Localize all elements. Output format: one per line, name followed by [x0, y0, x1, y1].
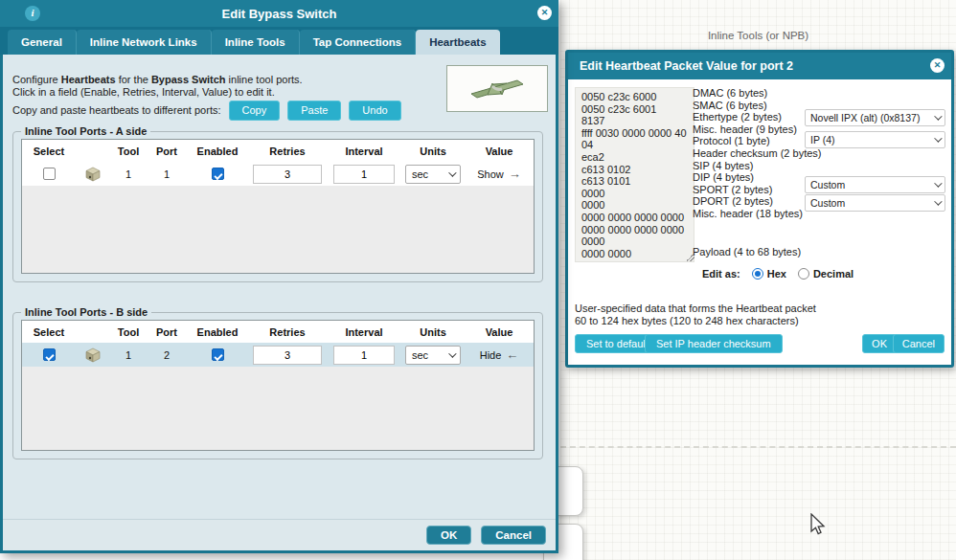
units-value: sec — [412, 168, 428, 180]
copy-button[interactable]: Copy — [229, 101, 281, 121]
protocol-select-value: IP (4) — [810, 134, 834, 146]
hex-radio-option[interactable]: Hex — [752, 268, 786, 280]
paste-button[interactable]: Paste — [287, 101, 341, 121]
help-text-line1: User-specified data that forms the Heart… — [575, 302, 816, 314]
field-label-ethertype: Ethertype (2 bytes) — [693, 111, 822, 123]
retries-input[interactable] — [253, 165, 322, 184]
protocol-select[interactable]: IP (4) — [805, 131, 945, 148]
table-header-row: Select Tool Port Enabled Retries Interva… — [22, 321, 534, 343]
value-hide-link[interactable]: Hide← — [480, 347, 519, 362]
dialog-titlebar: Edit Heartbeat Packet Value for port 2 ✕ — [568, 53, 951, 79]
packet-field-labels: DMAC (6 bytes) SMAC (6 bytes) Ethertype … — [693, 87, 822, 220]
dport-select[interactable]: Custom — [805, 194, 945, 212]
interval-input[interactable] — [333, 346, 395, 365]
col-value: Value — [465, 146, 534, 157]
set-ip-header-checksum-button[interactable]: Set IP header checksum — [645, 334, 783, 353]
tab-heartbeats[interactable]: Heartbeats — [416, 30, 499, 55]
table-empty-area — [22, 186, 534, 273]
intro-line3-row: Copy and paste heartbeats to different p… — [12, 101, 439, 121]
dport-select-value: Custom — [810, 197, 845, 209]
tab-tap-connections[interactable]: Tap Connections — [300, 30, 416, 55]
edit-as-group: Edit as: Hex Decimal — [702, 268, 854, 280]
radio-unselected-icon[interactable] — [798, 268, 809, 280]
field-label-header-checksum: Header checksum (2 bytes) — [693, 147, 822, 160]
close-icon[interactable]: ✕ — [537, 6, 552, 20]
payload-label: Payload (4 to 68 bytes) — [693, 246, 801, 258]
col-interval: Interval — [327, 326, 401, 338]
intro-line2: Click in a field (Enable, Retries, Inter… — [12, 86, 439, 99]
a-side-table: Select Tool Port Enabled Retries Interva… — [21, 139, 535, 274]
b-side-table: Select Tool Port Enabled Retries Interva… — [21, 320, 535, 451]
arrow-left-icon: ← — [506, 347, 518, 362]
tool-cell: 1 — [110, 168, 147, 180]
help-text-line2: 60 to 124 hex bytes (120 to 248 hex char… — [575, 315, 799, 326]
intro-line1: Configure Heartbeats for the Bypass Swit… — [12, 74, 439, 86]
col-enabled: Enabled — [187, 326, 248, 338]
select-checkbox[interactable] — [43, 168, 56, 180]
col-units: Units — [401, 326, 465, 338]
units-select[interactable]: sec — [405, 346, 461, 365]
radio-selected-icon[interactable] — [752, 268, 763, 280]
ok-button[interactable]: OK — [862, 334, 897, 353]
mouse-cursor-icon — [810, 513, 826, 540]
tab-inline-network-links[interactable]: Inline Network Links — [77, 30, 212, 55]
inline-tool-ports-a-fieldset: Inline Tool Ports - A side Select Tool P… — [12, 125, 543, 282]
chevron-down-icon — [934, 134, 942, 142]
table-row[interactable]: 1 1 sec Show→ — [22, 162, 534, 186]
field-label-dip: DIP (4 bytes) — [693, 171, 822, 184]
col-retries: Retries — [248, 326, 327, 338]
ok-button[interactable]: OK — [426, 526, 471, 545]
col-enabled: Enabled — [187, 146, 248, 157]
cancel-button[interactable]: Cancel — [893, 334, 945, 353]
interval-input[interactable] — [333, 165, 395, 184]
ethertype-select[interactable]: Novell IPX (alt) (0x8137) — [805, 109, 945, 126]
field-label-sport: SPORT (2 bytes) — [693, 184, 822, 196]
select-checkbox[interactable] — [43, 348, 56, 361]
sport-select[interactable]: Custom — [805, 176, 945, 193]
inline-tool-ports-b-fieldset: Inline Tool Ports - B side Select Tool P… — [12, 306, 543, 459]
port-cell: 2 — [147, 349, 187, 361]
table-row-selected[interactable]: 1 2 sec Hide← — [22, 343, 534, 367]
col-tool: Tool — [110, 146, 147, 157]
field-label-dmac: DMAC (6 bytes) — [693, 87, 822, 100]
col-tool: Tool — [110, 326, 147, 338]
cancel-button[interactable]: Cancel — [481, 526, 546, 545]
dialog-footer: OK Cancel — [3, 519, 556, 550]
value-label: Hide — [480, 349, 502, 361]
field-label-protocol: Protocol (1 byte) — [693, 135, 822, 147]
dialog-title: Edit Heartbeat Packet Value for port 2 — [568, 59, 951, 73]
field-label-sip: SIP (4 bytes) — [693, 160, 822, 172]
arrow-right-icon: → — [509, 167, 521, 181]
col-units: Units — [401, 146, 465, 157]
hex-radio-label: Hex — [767, 268, 786, 280]
decimal-radio-label: Decimal — [813, 268, 854, 280]
close-icon[interactable]: ✕ — [930, 58, 945, 73]
retries-input[interactable] — [253, 346, 322, 365]
tab-inline-tools[interactable]: Inline Tools — [212, 30, 300, 55]
decimal-radio-option[interactable]: Decimal — [798, 268, 854, 280]
enabled-checkbox[interactable] — [212, 348, 224, 361]
edit-heartbeat-packet-dialog: Edit Heartbeat Packet Value for port 2 ✕… — [565, 50, 954, 368]
enabled-checkbox[interactable] — [212, 168, 224, 180]
table-header-row: Select Tool Port Enabled Retries Interva… — [22, 140, 534, 162]
value-show-link[interactable]: Show→ — [477, 167, 521, 181]
col-value: Value — [465, 326, 534, 338]
field-label-misc-header-9: Misc. header (9 bytes) — [693, 123, 822, 136]
dialog-titlebar: i Edit Bypass Switch ✕ — [0, 0, 558, 27]
undo-button[interactable]: Undo — [349, 101, 400, 121]
units-select[interactable]: sec — [405, 165, 461, 184]
panel-title: Inline Tools (or NPB) — [560, 30, 956, 41]
bypass-switch-icon-box — [446, 65, 548, 112]
col-select: Select — [22, 326, 76, 338]
screen: Inline Tools (or NPB) Edit Heartbeat Pac… — [0, 0, 956, 560]
chevron-down-icon — [934, 197, 942, 205]
tab-general[interactable]: General — [8, 30, 77, 55]
packet-hex-textarea[interactable]: 0050 c23c 6000 0050 c23c 6001 8137 ffff … — [575, 87, 694, 262]
info-icon[interactable]: i — [25, 6, 40, 21]
bypass-switch-arrows-icon — [466, 73, 529, 105]
chevron-down-icon — [448, 349, 456, 357]
field-label-dport: DPORT (2 bytes) — [693, 195, 822, 208]
canvas-dashed-divider — [560, 446, 956, 448]
chevron-down-icon — [934, 112, 942, 120]
dialog-body: Configure Heartbeats for the Bypass Swit… — [0, 55, 558, 553]
